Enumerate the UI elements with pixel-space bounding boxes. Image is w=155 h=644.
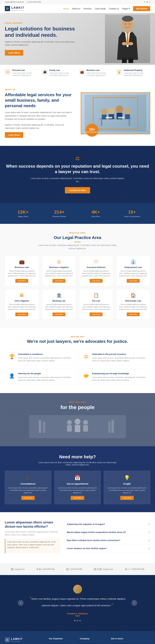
- svg-point-18: [125, 108, 130, 114]
- need-help-section: Need more help? Lorem ipsum dolor sit am…: [0, 446, 155, 512]
- insurance-learn-button[interactable]: Learn More: [90, 279, 102, 283]
- hero-person-image: [105, 15, 150, 63]
- nav-home[interactable]: Home: [63, 8, 69, 10]
- faq-active-answer: Lorem ipsum dolor sit amet, consectetur …: [5, 538, 60, 554]
- footer-logo-tagline: Attorney at Law: [11, 640, 23, 642]
- nav-services[interactable]: Services: [83, 8, 92, 10]
- personal-law-text: Personal Law Lorem ipsum dolor sit amet,…: [12, 69, 39, 76]
- business-law-learn-button[interactable]: Learn More: [15, 279, 28, 283]
- badge-text: Years Experience: [86, 131, 98, 133]
- practice-card-tax: 📋 Tax Law Securis fringilla adipiscing p…: [79, 289, 113, 320]
- brand-icon-3: ▤: [66, 567, 69, 571]
- employment-title: Employment Law: [119, 266, 147, 268]
- stat-num-clients: 12K+: [7, 210, 40, 215]
- realestate-learn-button[interactable]: Learn More: [127, 312, 139, 316]
- justice-title: Dedicated to the pursuit of justice: [92, 353, 147, 355]
- stat-label-partners: Business Partner: [43, 216, 76, 218]
- svg-point-2: [122, 42, 127, 45]
- nav-contact[interactable]: Contact us: [109, 8, 119, 10]
- faq-left-desc: Lorem ipsum dolor sit amet, consectetur …: [5, 530, 60, 536]
- knowledge-title: Empowering you through knowledge: [92, 372, 147, 375]
- faq-item-3[interactable]: Nam libero volutpat lacus lacinia nostra…: [67, 536, 150, 544]
- about-eyebrow: ABOUT US: [5, 89, 74, 90]
- logo: ⚖ LAWKIT Attorney at Law: [5, 6, 24, 11]
- faq-answer-text: Lorem ipsum dolor sit amet, consectetur …: [7, 540, 58, 549]
- attorney-section: MEET OUR TEAM for the people: [0, 393, 155, 446]
- nav-case-study[interactable]: Case Study: [95, 8, 106, 10]
- logo-name: LAWKIT: [11, 6, 24, 10]
- logo-text-group: LAWKIT Attorney at Law: [11, 6, 24, 11]
- faq-item-1[interactable]: Adipiscing erat vulputate ut id augue? ∨: [67, 520, 150, 528]
- banking-learn-button[interactable]: Learn More: [53, 312, 65, 316]
- people-desc: Lorem ipsum dolor sit amet, consectetur …: [18, 376, 73, 382]
- stat-num-cases: 4K+: [79, 210, 112, 215]
- practice-card-insurance: 🛡 Insurance Defense Securis fringilla ad…: [79, 256, 113, 286]
- twitter-icon[interactable]: t: [149, 1, 150, 3]
- litigation-learn-button[interactable]: Learn More: [53, 279, 65, 283]
- facebook-icon[interactable]: f: [144, 1, 145, 3]
- dot-2[interactable]: [77, 620, 78, 621]
- faq-item-4[interactable]: Lacus vivamus vel duis facilisis augue? …: [67, 544, 150, 552]
- insight-title: Insight: [106, 482, 147, 485]
- about-content: ABOUT US Affordable legal services for y…: [5, 89, 74, 138]
- knowledge-desc: Lorem ipsum dolor sit amet, consectetur …: [92, 376, 147, 382]
- consultations-icon: 📞: [8, 475, 49, 480]
- brand-name-5: LOREIPSUM: [130, 568, 144, 570]
- advocate-excellence: 🏆 Committed to excellence Lorem ipsum do…: [5, 350, 76, 366]
- litigation-desc: Securis fringilla adipiscing praesent lo…: [45, 270, 73, 277]
- about-desc1: Lorem ipsum dolor sit amet, consectetur …: [5, 111, 74, 121]
- svg-point-8: [129, 23, 130, 25]
- advocate-justice-text: Dedicated to the pursuit of justice Lore…: [92, 353, 147, 362]
- dot-1[interactable]: [74, 620, 76, 621]
- insight-button[interactable]: Learn More: [120, 496, 134, 500]
- attorney-content: MEET OUR TEAM for the people: [5, 401, 150, 438]
- employment-desc: Securis fringilla adipiscing praesent lo…: [119, 270, 147, 277]
- topbar: support@lawconsult.net +1 (012) 345 6789…: [0, 0, 155, 4]
- ip-law-icon: 💡: [116, 69, 122, 75]
- business-law-card-icon: 💼: [8, 259, 36, 264]
- consultations-button[interactable]: Learn More: [21, 496, 35, 500]
- employment-learn-button[interactable]: Learn More: [127, 279, 139, 283]
- dot-3[interactable]: [79, 620, 81, 621]
- hero-content: LEGAL ADVISORY Legal solutions for busin…: [5, 22, 78, 56]
- footer-expertise-heading: Our Expertise: [49, 638, 75, 641]
- ip-law-desc: Lorem ipsum dolor sit amet, consectetur …: [124, 72, 150, 76]
- section-divider: [74, 242, 81, 242]
- faq-chevron-1: ∨: [148, 523, 150, 526]
- faq-question-2: Mauris platea magna facilisi suspendisse…: [67, 531, 126, 534]
- insight-icon: 💡: [106, 475, 147, 480]
- faq-chevron-4: ∨: [148, 547, 150, 550]
- nav-links: Home About us Services Case Study Contac…: [63, 6, 150, 11]
- civil-learn-button[interactable]: Learn More: [15, 312, 28, 316]
- business-law-card-desc: Securis fringilla adipiscing praesent lo…: [8, 270, 36, 277]
- hero-cta-button[interactable]: Learn More: [5, 50, 23, 56]
- svg-rect-24: [43, 422, 45, 433]
- testimonial-prev-button[interactable]: ‹: [18, 600, 24, 606]
- banking-icon: 🏦: [45, 293, 73, 298]
- advocate-knowledge: 🤝 Empowering you through knowledge Lorem…: [79, 369, 150, 385]
- get-started-button[interactable]: Get Started: [133, 6, 150, 11]
- svg-point-31: [83, 420, 88, 425]
- realestate-desc: Securis fringilla adipiscing praesent lo…: [119, 303, 147, 310]
- linkedin-icon[interactable]: in: [146, 1, 148, 3]
- tax-learn-button[interactable]: Learn More: [90, 312, 102, 316]
- hero-section: LEGAL ADVISORY Legal solutions for busin…: [0, 13, 155, 65]
- nav-about[interactable]: About us: [72, 8, 80, 10]
- faq-question-1: Adipiscing erat vulputate ut id augue?: [67, 523, 105, 526]
- justice-desc: Lorem ipsum dolor sit amet, consectetur …: [92, 357, 147, 362]
- topbar-email: support@lawconsult.net: [5, 1, 24, 3]
- appointment-button[interactable]: Learn More: [71, 496, 84, 500]
- business-law-icon: 💼: [79, 69, 85, 75]
- svg-rect-5: [128, 58, 133, 63]
- hero-eyebrow: LEGAL ADVISORY: [5, 22, 78, 24]
- testimonial-wrapper: ‹ "Dolor cras facilisis augue mauris ege…: [21, 585, 134, 621]
- about-learn-more-button[interactable]: Learn More: [5, 132, 23, 138]
- testimonial-next-button[interactable]: ›: [131, 600, 137, 606]
- faq-item-2[interactable]: Mauris platea magna facilisi suspendisse…: [67, 528, 150, 536]
- advocates-section: WHO WE ARE We're not just lawyers, we're…: [0, 328, 155, 393]
- for-people-heading: for the people: [5, 404, 150, 410]
- banner-cta-button[interactable]: Contact Us Now: [65, 187, 90, 194]
- brand-2: ◈◈ LOGIPSUM: [36, 567, 54, 571]
- stat-num-partners: 214+: [43, 210, 76, 215]
- nav-pages[interactable]: Pages ▾: [122, 8, 130, 10]
